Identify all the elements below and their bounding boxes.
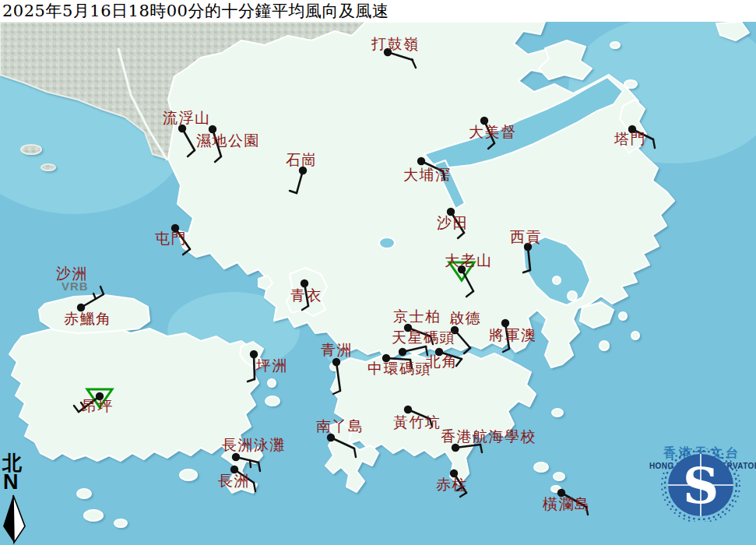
wind-barb-feather — [248, 379, 255, 382]
wind-map: 打鼓嶺流浮山濕地公園石崗大美督塔門大埔滘沙田西貢大老山屯門沙洲VRB赤鱲角青衣京… — [0, 0, 756, 545]
station-dot — [404, 406, 412, 413]
station-stanley — [450, 469, 466, 497]
wind-barb-feather — [302, 306, 308, 310]
wind-barb-feather — [410, 360, 412, 368]
station-kai-tak — [451, 326, 470, 353]
station-lau-fau-shan — [178, 125, 195, 156]
station-dot — [384, 48, 392, 56]
wind-barb-feather — [460, 493, 466, 497]
wind-barb-feather — [183, 249, 190, 255]
wind-barb-shaft — [213, 129, 221, 156]
wind-barb-feather — [503, 349, 509, 352]
station-dot — [417, 157, 425, 165]
station-peng-chau — [248, 350, 258, 382]
title-bar: 2025年5月16日18時00分的十分鐘平均風向及風速 — [0, 0, 756, 22]
north-arrow-icon — [0, 453, 47, 545]
wind-barb-feather — [254, 483, 255, 491]
station-dot — [96, 392, 104, 400]
wind-barb-feather — [81, 403, 85, 408]
wind-barb-feather — [250, 460, 251, 467]
wind-barb-feather — [458, 233, 464, 238]
station-dot — [501, 319, 509, 327]
station-ta-kwu-ling — [384, 48, 416, 68]
wind-barb-shaft — [336, 362, 340, 391]
wind-barb-feather — [354, 448, 356, 457]
station-dot — [232, 453, 240, 461]
station-dot — [451, 326, 459, 334]
station-dot — [435, 348, 443, 356]
wind-barb-feather — [430, 419, 432, 427]
station-cheung-chau — [230, 466, 255, 491]
station-lamma-island — [327, 434, 356, 457]
station-dot — [480, 117, 488, 125]
wind-barb-feather — [258, 462, 260, 471]
station-central-pier — [382, 354, 412, 368]
wind-barb-feather — [586, 507, 588, 515]
station-sha-tin — [447, 208, 464, 238]
station-ngong-ping — [74, 389, 112, 412]
station-dot — [299, 167, 307, 174]
wind-barb-feather — [412, 59, 416, 68]
wind-barb-feather — [215, 156, 221, 162]
hko-logo-icon: S — [649, 448, 755, 522]
station-dot — [178, 125, 186, 132]
station-dot — [209, 125, 216, 133]
wind-barb-feather — [100, 287, 104, 294]
wind-barb-feather — [290, 191, 297, 193]
station-dot — [77, 304, 85, 311]
station-dot — [524, 243, 532, 251]
station-tsing-yi — [301, 280, 308, 310]
station-dot — [404, 324, 412, 332]
station-tai-po-kau — [417, 157, 445, 180]
wind-barb-feather — [426, 346, 427, 355]
station-dot — [171, 224, 179, 232]
station-dot — [301, 280, 308, 287]
station-dot — [447, 208, 455, 216]
wind-barb-feather — [480, 445, 482, 452]
station-dot — [230, 466, 238, 473]
station-waglan-island — [557, 489, 588, 515]
wind-barb-feather — [464, 348, 470, 353]
wind-barb-feather — [466, 291, 473, 297]
station-chek-lap-kok — [77, 287, 104, 311]
station-tai-mei-tuk — [480, 117, 494, 149]
station-dot — [332, 358, 340, 366]
wind-barb-feather — [653, 139, 655, 148]
wind-barb-feather — [431, 336, 433, 344]
station-dot — [557, 489, 565, 497]
wind-barbs-layer — [0, 0, 756, 545]
hko-logo: S 香港天文台 HONG KONG OBSERVATORY — [649, 448, 755, 543]
wind-barb-shaft — [561, 493, 586, 507]
station-green-island — [332, 358, 340, 394]
station-dot — [382, 354, 390, 362]
wind-barb-feather — [488, 143, 494, 149]
station-wong-chuk-hang — [404, 406, 432, 427]
wind-barb-feather — [93, 294, 96, 299]
wind-barb-feather — [456, 359, 462, 366]
svg-text:S: S — [683, 456, 719, 515]
station-tuen-mun — [171, 224, 190, 255]
station-dot — [452, 444, 459, 452]
map-title: 2025年5月16日18時00分的十分鐘平均風向及風速 — [2, 0, 389, 22]
station-tseung-kwan-o — [501, 319, 509, 352]
wind-barb-feather — [443, 171, 445, 180]
station-wetland-park — [209, 125, 221, 162]
station-north-point — [435, 348, 462, 366]
station-tates-cairn — [449, 262, 474, 297]
wind-barb-feather — [457, 487, 462, 490]
station-dot — [450, 469, 458, 477]
station-kings-park — [404, 324, 433, 344]
station-star-ferry — [399, 346, 427, 356]
station-dot — [458, 265, 466, 273]
station-tap-mun — [628, 125, 655, 148]
station-dot — [250, 350, 258, 358]
station-dot — [628, 125, 636, 133]
wind-barb-feather — [523, 270, 530, 272]
station-shek-kong — [290, 167, 307, 193]
wind-barb-feather — [188, 150, 195, 156]
station-dot — [399, 348, 406, 356]
station-dot — [327, 434, 335, 441]
station-sai-kung — [523, 243, 532, 272]
station-hk-sea-school — [452, 444, 482, 452]
wind-barb-feather — [333, 391, 340, 394]
